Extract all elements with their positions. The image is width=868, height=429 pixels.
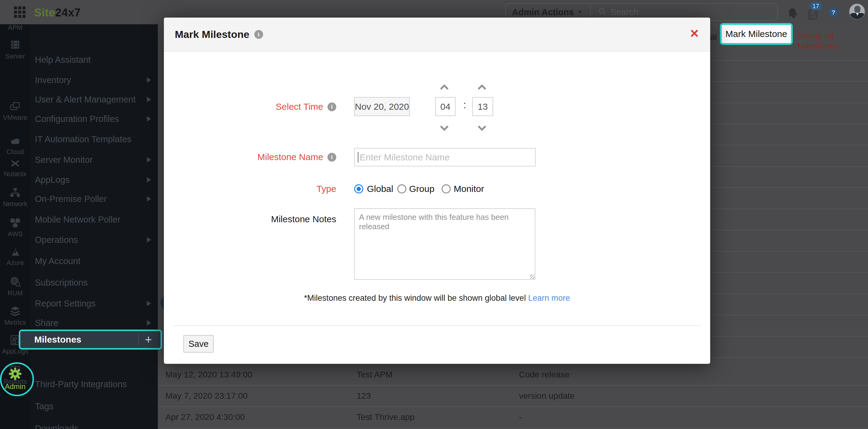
rail-item-network[interactable]: Network — [0, 187, 30, 208]
server-icon — [9, 39, 21, 51]
sidebar-item-my-account[interactable]: My Account — [30, 251, 158, 271]
milestone-notes-label: Milestone Notes — [164, 214, 336, 224]
site24x7-app: Site24x7 Admin Actions ▼ Search — [0, 0, 868, 429]
add-milestone-button[interactable]: + — [142, 331, 155, 348]
radio-monitor[interactable] — [442, 184, 451, 193]
site24x7-logo[interactable]: Site24x7 — [34, 6, 81, 19]
sidebar-item-it-automation-templates[interactable]: IT Automation Templates — [30, 129, 158, 149]
admin-sidebar: Help Assistant Inventory User & Alert Ma… — [30, 24, 158, 429]
rail-item-cloud[interactable]: Cloud — [0, 135, 30, 156]
sidebar-item-report-settings[interactable]: Report Settings — [30, 294, 158, 313]
radio-global[interactable] — [354, 184, 363, 193]
submenu-arrow-icon — [147, 77, 151, 83]
sidebar-item-third-party-integrations[interactable]: Third-Party Integrations — [30, 374, 158, 394]
logo-text-green: Site — [34, 6, 55, 19]
hour-increment-icon[interactable] — [440, 84, 448, 93]
search-input[interactable]: Search — [610, 7, 638, 17]
help-icon[interactable]: ? — [829, 8, 838, 17]
close-icon[interactable]: × — [690, 26, 699, 41]
radio-global-label[interactable]: Global — [367, 184, 393, 194]
background-table-rows — [712, 39, 868, 364]
table-row[interactable]: May 12, 2020 13:49:00 Test APM Code rele… — [158, 364, 868, 386]
sidebar-item-on-premise-poller[interactable]: On-Premise Poller — [30, 189, 158, 208]
learn-more-link[interactable]: Learn more — [528, 294, 570, 303]
app-grid-icon[interactable] — [14, 6, 26, 18]
user-avatar[interactable] — [849, 3, 865, 20]
divider — [173, 325, 701, 326]
network-icon — [9, 187, 21, 199]
nutanix-icon — [9, 158, 21, 169]
sidebar-item-configuration-profiles[interactable]: Configuration Profiles — [30, 109, 158, 129]
submenu-arrow-icon — [147, 320, 151, 326]
sidebar-item-mobile-network-poller[interactable]: Mobile Network Poller — [30, 210, 158, 229]
rail-item-apm[interactable]: APM — [0, 24, 30, 32]
rail-item-nutanix[interactable]: Nutanix — [0, 158, 30, 178]
rail-item-vmware[interactable]: VMware — [0, 101, 30, 122]
mark-milestone-button[interactable]: Mark Milestone — [720, 23, 793, 45]
submenu-arrow-icon — [147, 301, 151, 306]
radio-monitor-label[interactable]: Monitor — [454, 184, 484, 194]
save-button[interactable]: Save — [183, 335, 214, 353]
info-icon[interactable]: i — [328, 153, 336, 162]
milestone-name-label: Milestone Name i — [164, 152, 336, 162]
milestone-notes-textarea[interactable] — [354, 208, 535, 280]
admin-highlight-ring — [0, 362, 34, 396]
type-label: Type — [164, 184, 336, 194]
notifications-bell-icon[interactable] — [785, 6, 800, 22]
sidebar-item-user-alert-management[interactable]: User & Alert Management — [30, 90, 158, 109]
minute-decrement-icon[interactable] — [478, 123, 486, 131]
sidebar-item-subscriptions[interactable]: Subscriptions — [30, 273, 158, 292]
milestone-notes: - — [519, 407, 522, 427]
rum-globe-icon — [9, 276, 21, 288]
minute-increment-icon[interactable] — [478, 84, 486, 93]
sidebar-item-milestones-active[interactable]: Milestones + — [19, 330, 162, 350]
rail-item-label: Metrics — [5, 319, 26, 327]
dialog-title: Mark Milestone — [175, 29, 249, 40]
sidebar-item-downloads[interactable]: Downloads — [30, 419, 158, 429]
table-row[interactable]: May 7, 2020 23:17:00 123 version update — [158, 386, 868, 407]
vmware-icon — [9, 101, 21, 112]
minute-field[interactable]: 13 — [472, 97, 493, 116]
rail-item-label: Cloud — [6, 148, 24, 156]
hour-field[interactable]: 04 — [435, 97, 456, 116]
rail-item-label: Nutanix — [4, 170, 27, 178]
sidebar-item-tags[interactable]: Tags — [30, 397, 158, 416]
info-icon[interactable]: i — [328, 102, 336, 111]
info-icon[interactable]: i — [254, 30, 263, 39]
resize-handle[interactable] — [530, 274, 534, 279]
delete-all-milestones-link[interactable]: Delete All Milestones — [798, 32, 868, 51]
radio-group[interactable] — [397, 184, 406, 193]
submenu-arrow-icon — [147, 196, 151, 202]
sidebar-item-inventory[interactable]: Inventory — [30, 70, 158, 90]
sidebar-item-help-assistant[interactable]: Help Assistant — [30, 50, 158, 69]
milestone-name-input[interactable] — [354, 148, 536, 166]
rail-item-metrics[interactable]: Metrics — [0, 306, 30, 327]
milestone-name: Test APM — [356, 364, 393, 385]
rail-item-rum[interactable]: RUM — [0, 276, 30, 297]
admin-actions-dropdown[interactable]: Admin Actions — [512, 7, 574, 17]
date-picker-field[interactable]: Nov 20, 2020 — [354, 97, 410, 116]
submenu-arrow-icon — [147, 237, 151, 242]
milestones-table: May 12, 2020 13:49:00 Test APM Code rele… — [158, 364, 868, 429]
milestone-time: Apr 27, 2020 4:30:00 — [165, 407, 245, 427]
dialog-footnote: *Milestones created by this window will … — [164, 294, 710, 303]
rail-item-aws[interactable]: AWS — [0, 217, 30, 238]
sidebar-item-applogs[interactable]: AppLogs — [30, 170, 158, 190]
rail-item-label: Server — [5, 53, 25, 60]
rail-item-label: VMware — [3, 114, 28, 122]
metrics-layers-icon — [9, 306, 21, 317]
table-row[interactable]: Apr 27, 2020 4:30:00 Test Thrive.app - — [158, 407, 868, 428]
radio-group-label[interactable]: Group — [409, 184, 434, 194]
submenu-arrow-icon — [147, 116, 151, 122]
dialog-header: Mark Milestone i × — [164, 18, 710, 52]
rail-item-server[interactable]: Server — [0, 39, 30, 60]
divider — [138, 333, 139, 345]
select-time-label: Select Time i — [164, 102, 336, 112]
time-separator: : — [460, 99, 469, 111]
rail-item-azure[interactable]: Azure — [0, 247, 30, 267]
sidebar-item-server-monitor[interactable]: Server Monitor — [30, 150, 158, 169]
hour-decrement-icon[interactable] — [440, 123, 448, 131]
milestone-notes: Code release — [519, 364, 570, 385]
sidebar-item-operations[interactable]: Operations — [30, 230, 158, 250]
milestone-time: May 7, 2020 23:17:00 — [165, 386, 248, 406]
